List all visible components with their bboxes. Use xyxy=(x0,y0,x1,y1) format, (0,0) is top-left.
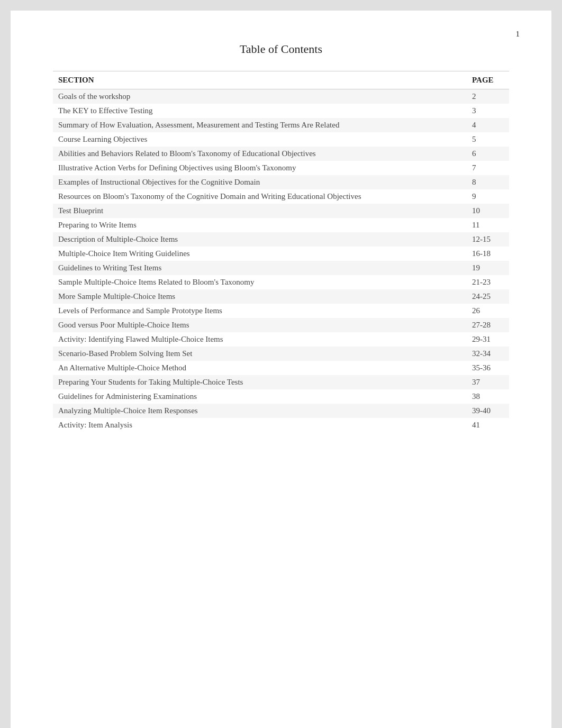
page-cell: 37 xyxy=(467,375,509,389)
page-cell: 39-40 xyxy=(467,404,509,418)
section-cell: Description of Multiple-Choice Items xyxy=(53,232,467,247)
section-cell: Multiple-Choice Item Writing Guidelines xyxy=(53,247,467,261)
document-page: 1 Table of Contents SECTION PAGE Goals o… xyxy=(11,11,551,728)
page-cell: 38 xyxy=(467,389,509,404)
section-header: SECTION xyxy=(53,71,467,89)
table-row: Levels of Performance and Sample Prototy… xyxy=(53,304,509,318)
page-cell: 21-23 xyxy=(467,275,509,289)
section-cell: Abilities and Behaviors Related to Bloom… xyxy=(53,147,467,161)
section-cell: Goals of the workshop xyxy=(53,89,467,104)
page-cell: 16-18 xyxy=(467,247,509,261)
section-cell: Scenario-Based Problem Solving Item Set xyxy=(53,347,467,361)
page-cell: 5 xyxy=(467,132,509,147)
page-cell: 12-15 xyxy=(467,232,509,247)
page-cell: 9 xyxy=(467,189,509,204)
table-row: An Alternative Multiple-Choice Method35-… xyxy=(53,361,509,375)
table-row: Illustrative Action Verbs for Defining O… xyxy=(53,161,509,175)
table-row: Activity: Item Analysis41 xyxy=(53,418,509,432)
section-cell: Preparing Your Students for Taking Multi… xyxy=(53,375,467,389)
page-cell: 3 xyxy=(467,104,509,118)
page-cell: 24-25 xyxy=(467,289,509,304)
page-cell: 41 xyxy=(467,418,509,432)
table-row: The KEY to Effective Testing3 xyxy=(53,104,509,118)
section-cell: Activity: Identifying Flawed Multiple-Ch… xyxy=(53,332,467,347)
table-row: Goals of the workshop2 xyxy=(53,89,509,104)
table-row: Description of Multiple-Choice Items12-1… xyxy=(53,232,509,247)
table-row: Resources on Bloom's Taxonomy of the Cog… xyxy=(53,189,509,204)
page-cell: 2 xyxy=(467,89,509,104)
page-cell: 6 xyxy=(467,147,509,161)
toc-title: Table of Contents xyxy=(53,42,509,56)
section-cell: Good versus Poor Multiple-Choice Items xyxy=(53,318,467,332)
section-cell: More Sample Multiple-Choice Items xyxy=(53,289,467,304)
page-cell: 29-31 xyxy=(467,332,509,347)
table-row: Activity: Identifying Flawed Multiple-Ch… xyxy=(53,332,509,347)
section-cell: Course Learning Objectives xyxy=(53,132,467,147)
toc-table: SECTION PAGE Goals of the workshop2The K… xyxy=(53,71,509,432)
section-cell: Sample Multiple-Choice Items Related to … xyxy=(53,275,467,289)
table-row: Scenario-Based Problem Solving Item Set3… xyxy=(53,347,509,361)
section-cell: Guidelines to Writing Test Items xyxy=(53,261,467,275)
page-cell: 11 xyxy=(467,218,509,232)
section-cell: An Alternative Multiple-Choice Method xyxy=(53,361,467,375)
section-cell: Preparing to Write Items xyxy=(53,218,467,232)
table-row: Preparing to Write Items11 xyxy=(53,218,509,232)
page-cell: 4 xyxy=(467,118,509,132)
section-cell: Levels of Performance and Sample Prototy… xyxy=(53,304,467,318)
section-cell: Activity: Item Analysis xyxy=(53,418,467,432)
section-cell: Resources on Bloom's Taxonomy of the Cog… xyxy=(53,189,467,204)
section-cell: Test Blueprint xyxy=(53,204,467,218)
table-row: Good versus Poor Multiple-Choice Items27… xyxy=(53,318,509,332)
page-cell: 27-28 xyxy=(467,318,509,332)
page-header: PAGE xyxy=(467,71,509,89)
section-cell: Examples of Instructional Objectives for… xyxy=(53,175,467,189)
page-cell: 32-34 xyxy=(467,347,509,361)
page-cell: 35-36 xyxy=(467,361,509,375)
table-row: Preparing Your Students for Taking Multi… xyxy=(53,375,509,389)
section-cell: Analyzing Multiple-Choice Item Responses xyxy=(53,404,467,418)
section-cell: Guidelines for Administering Examination… xyxy=(53,389,467,404)
page-cell: 7 xyxy=(467,161,509,175)
table-row: Sample Multiple-Choice Items Related to … xyxy=(53,275,509,289)
page-cell: 26 xyxy=(467,304,509,318)
page-cell: 10 xyxy=(467,204,509,218)
table-row: Analyzing Multiple-Choice Item Responses… xyxy=(53,404,509,418)
table-row: Test Blueprint10 xyxy=(53,204,509,218)
table-row: Course Learning Objectives5 xyxy=(53,132,509,147)
table-row: Summary of How Evaluation, Assessment, M… xyxy=(53,118,509,132)
toc-header-row: SECTION PAGE xyxy=(53,71,509,89)
table-row: Multiple-Choice Item Writing Guidelines1… xyxy=(53,247,509,261)
page-cell: 19 xyxy=(467,261,509,275)
section-cell: The KEY to Effective Testing xyxy=(53,104,467,118)
table-row: More Sample Multiple-Choice Items24-25 xyxy=(53,289,509,304)
section-cell: Illustrative Action Verbs for Defining O… xyxy=(53,161,467,175)
table-row: Guidelines to Writing Test Items19 xyxy=(53,261,509,275)
table-row: Examples of Instructional Objectives for… xyxy=(53,175,509,189)
page-cell: 8 xyxy=(467,175,509,189)
section-cell: Summary of How Evaluation, Assessment, M… xyxy=(53,118,467,132)
table-row: Abilities and Behaviors Related to Bloom… xyxy=(53,147,509,161)
page-number: 1 xyxy=(516,30,520,39)
table-row: Guidelines for Administering Examination… xyxy=(53,389,509,404)
